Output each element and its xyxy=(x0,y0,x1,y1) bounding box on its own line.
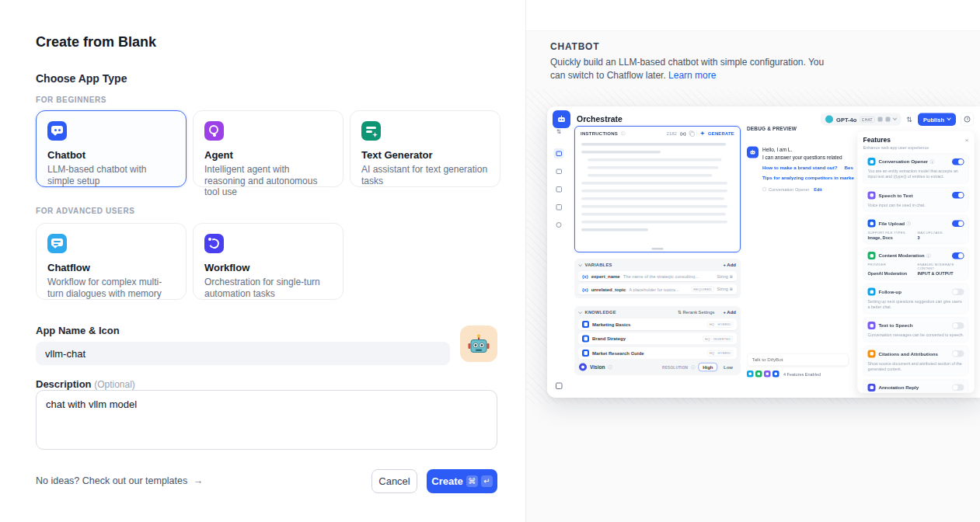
mic-icon xyxy=(877,117,882,122)
sidebar-item-web[interactable] xyxy=(554,220,564,230)
citations-icon xyxy=(868,350,876,357)
variable-row[interactable]: {x} expert_name The name of the strategi… xyxy=(578,271,737,281)
conversation-opener-row: Conversation Opener Edit xyxy=(762,187,854,192)
toggle[interactable] xyxy=(952,220,964,227)
suggestion-link[interactable]: How to make a brand stand out? xyxy=(762,165,838,171)
feature-card-follow-up: Follow-up Setting up next questions sugg… xyxy=(863,284,969,314)
suggestion-link[interactable]: Tips for analyzing competitors in market xyxy=(762,176,854,181)
resize-handle[interactable] xyxy=(652,248,664,250)
skeleton-line xyxy=(588,166,719,169)
toggle[interactable] xyxy=(952,158,964,165)
toggle[interactable] xyxy=(952,385,964,392)
sidebar-item-notes[interactable] xyxy=(554,202,564,212)
app-type-card-chatflow[interactable]: Chatflow Workflow for complex multi-turn… xyxy=(36,223,187,300)
for-beginners-label: FOR BEGINNERS xyxy=(36,96,106,104)
robot-icon xyxy=(749,149,756,156)
feature-dot-icon xyxy=(755,371,762,378)
toggle[interactable] xyxy=(952,192,964,199)
collapse-icon[interactable] xyxy=(578,263,582,266)
text-generator-icon xyxy=(361,121,381,141)
app-icon-picker[interactable] xyxy=(460,325,497,362)
skeleton-line xyxy=(581,197,724,200)
skeleton-line xyxy=(581,228,648,231)
skeleton-line xyxy=(581,190,727,193)
toggle[interactable] xyxy=(952,322,964,329)
knowledge-row[interactable]: Brand Strategy HQ · INVERTED xyxy=(578,333,737,345)
templates-link[interactable]: No ideas? Check out our templates → xyxy=(36,475,203,486)
collapse-icon[interactable] xyxy=(578,310,582,314)
sidebar-item-orchestrate[interactable] xyxy=(554,148,564,158)
toggle[interactable] xyxy=(952,252,964,259)
add-variable-button[interactable]: + Add xyxy=(723,263,736,268)
knowledge-section: KNOWLEDGE ⇅ Rerank Settings + Add Market… xyxy=(574,306,741,363)
add-knowledge-button[interactable]: + Add xyxy=(723,310,736,315)
retrieval-badge: HQ · HYBRID xyxy=(707,350,733,357)
app-name-input[interactable] xyxy=(36,342,450,365)
cmd-key-icon: ⌘ xyxy=(466,475,478,487)
resolution-high-button[interactable]: High xyxy=(699,363,717,371)
choose-app-type-label: Choose App Type xyxy=(36,72,127,85)
feature-dot-icon xyxy=(772,371,779,378)
speech-to-text-icon xyxy=(868,191,876,199)
app-type-card-text-generator[interactable]: Text Generator AI assistant for text gen… xyxy=(350,110,500,187)
model-name: GPT-4o xyxy=(836,116,856,123)
swap-model-icon[interactable]: ⇅ xyxy=(906,115,912,124)
learn-more-link[interactable]: Learn more xyxy=(668,70,716,81)
toggle[interactable] xyxy=(952,350,964,357)
history-button[interactable] xyxy=(961,113,974,126)
preview-panel: CHATBOT Quickly build an LLM-based chatb… xyxy=(525,0,980,522)
feature-card-content-moderation: Content Moderation PROVIDER ENABLED MODE… xyxy=(863,248,969,280)
app-type-card-workflow[interactable]: Workflow Orchestration for single-turn a… xyxy=(193,223,344,300)
app-type-card-chatbot[interactable]: Chatbot LLM-based chatbot with simple se… xyxy=(36,110,187,187)
feature-card-text-to-speech: Text to Speech Conversation messages can… xyxy=(863,318,969,343)
instructions-skeleton xyxy=(575,139,740,231)
variable-row[interactable]: {x} unrelated_topic A placeholder for to… xyxy=(578,284,737,295)
card-desc: Orchestration for single-turn automation… xyxy=(204,277,332,299)
chat-input[interactable] xyxy=(747,353,849,366)
arrow-right-icon: → xyxy=(194,475,204,486)
sidebar-item-docs[interactable] xyxy=(554,184,564,194)
card-title: Chatflow xyxy=(47,262,175,273)
instructions-panel[interactable]: INSTRUCTIONS 2182 {x} GENERATE xyxy=(574,126,741,252)
variable-tag-icon: {x} xyxy=(582,274,588,279)
info-icon xyxy=(907,221,912,226)
publish-button[interactable]: Publish xyxy=(918,113,956,126)
description-textarea[interactable] xyxy=(36,390,497,450)
bot-avatar xyxy=(747,147,759,158)
knowledge-row[interactable]: Market Research Guide HQ · HYBRID xyxy=(578,347,737,359)
sidebar-collapse-icon[interactable]: ⇅ xyxy=(547,128,570,135)
copy-icon[interactable] xyxy=(689,131,694,136)
cancel-button[interactable]: Cancel xyxy=(371,469,417,493)
variables-section: VARIABLES + Add {x} expert_name The name… xyxy=(574,259,741,298)
chatbot-icon xyxy=(47,121,67,141)
variable-icon[interactable]: {x} xyxy=(680,130,686,136)
create-button[interactable]: Create ⌘ ↵ xyxy=(427,469,497,493)
close-icon[interactable]: × xyxy=(965,137,969,144)
card-desc: LLM-based chatbot with simple setup xyxy=(47,164,175,186)
rerank-settings-button[interactable]: ⇅ Rerank Settings xyxy=(678,310,714,315)
agent-icon xyxy=(204,121,224,141)
suggestion-link[interactable]: Bes xyxy=(845,165,853,171)
vision-section: Vision RESOLUTION High Low xyxy=(574,359,741,375)
for-advanced-label: FOR ADVANCED USERS xyxy=(36,207,134,215)
resolution-low-button[interactable]: Low xyxy=(720,364,736,371)
info-icon xyxy=(608,365,612,370)
dataset-icon xyxy=(582,350,589,357)
skeleton-line xyxy=(581,143,726,146)
model-selector[interactable]: GPT-4o CHAT xyxy=(821,113,901,126)
card-desc: Workflow for complex multi-turn dialogue… xyxy=(47,277,175,299)
description-optional-label: (Optional) xyxy=(94,379,135,390)
knowledge-row[interactable]: Marketing Basics HQ · HYBRID xyxy=(578,318,737,330)
skeleton-line xyxy=(588,158,721,162)
toggle[interactable] xyxy=(952,288,964,295)
sidebar-bottom-icon[interactable] xyxy=(556,383,563,390)
follow-up-icon xyxy=(868,288,876,296)
preview-sidebar: ⇅ xyxy=(547,127,570,398)
chatflow-icon xyxy=(47,234,67,253)
edit-opener-link[interactable]: Edit xyxy=(814,187,821,192)
generate-button[interactable]: GENERATE xyxy=(708,130,734,136)
sidebar-item-media[interactable] xyxy=(554,166,564,176)
preview-description: Quickly build an LLM-based chatbot with … xyxy=(550,56,827,83)
app-type-card-agent[interactable]: Agent Intelligent agent with reasoning a… xyxy=(193,110,344,187)
card-desc: AI assistant for text generation tasks xyxy=(361,164,489,186)
